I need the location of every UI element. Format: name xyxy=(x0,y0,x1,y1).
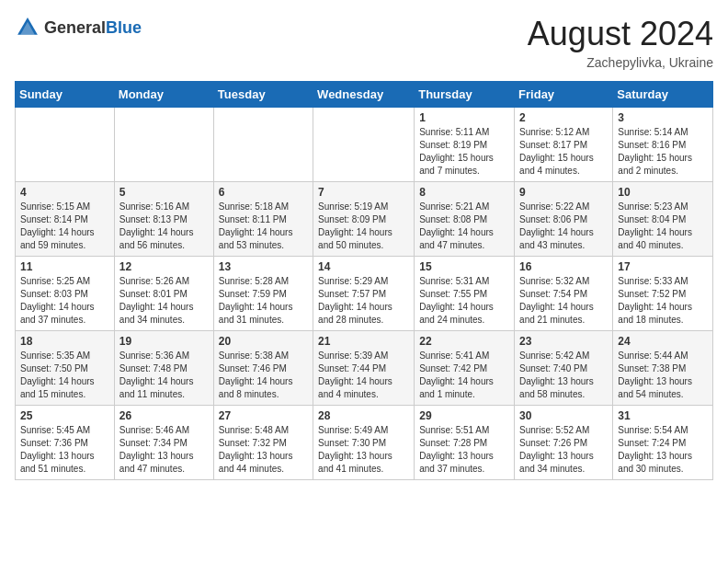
day-cell xyxy=(114,108,213,182)
day-info: Sunrise: 5:11 AMSunset: 8:19 PMDaylight:… xyxy=(419,126,509,178)
day-number: 3 xyxy=(618,111,708,124)
day-info: Sunrise: 5:54 AMSunset: 7:24 PMDaylight:… xyxy=(618,424,708,476)
day-cell: 8Sunrise: 5:21 AMSunset: 8:08 PMDaylight… xyxy=(415,182,515,257)
week-row-4: 18Sunrise: 5:35 AMSunset: 7:50 PMDayligh… xyxy=(16,331,713,406)
day-cell xyxy=(16,108,115,182)
day-cell: 25Sunrise: 5:45 AMSunset: 7:36 PMDayligh… xyxy=(16,406,115,480)
logo-icon xyxy=(15,15,40,40)
day-number: 20 xyxy=(219,335,308,348)
day-cell: 14Sunrise: 5:29 AMSunset: 7:57 PMDayligh… xyxy=(313,257,415,331)
day-cell: 28Sunrise: 5:49 AMSunset: 7:30 PMDayligh… xyxy=(313,406,415,480)
day-number: 5 xyxy=(119,186,209,199)
day-cell: 16Sunrise: 5:32 AMSunset: 7:54 PMDayligh… xyxy=(515,257,613,331)
page-header: GeneralBlue August 2024 Zachepylivka, Uk… xyxy=(15,15,713,70)
day-number: 25 xyxy=(20,409,109,422)
day-cell xyxy=(213,108,313,182)
day-info: Sunrise: 5:21 AMSunset: 8:08 PMDaylight:… xyxy=(419,201,509,252)
day-number: 16 xyxy=(519,260,608,273)
weekday-header-saturday: Saturday xyxy=(613,82,713,108)
week-row-2: 4Sunrise: 5:15 AMSunset: 8:14 PMDaylight… xyxy=(16,182,713,257)
day-number: 30 xyxy=(519,409,608,422)
day-cell: 30Sunrise: 5:52 AMSunset: 7:26 PMDayligh… xyxy=(515,406,613,480)
day-number: 6 xyxy=(219,186,308,199)
day-cell: 20Sunrise: 5:38 AMSunset: 7:46 PMDayligh… xyxy=(213,331,313,406)
day-info: Sunrise: 5:15 AMSunset: 8:14 PMDaylight:… xyxy=(20,201,109,252)
logo: GeneralBlue xyxy=(15,15,142,40)
day-info: Sunrise: 5:38 AMSunset: 7:46 PMDaylight:… xyxy=(219,350,308,401)
day-cell: 2Sunrise: 5:12 AMSunset: 8:17 PMDaylight… xyxy=(515,108,613,182)
day-cell: 29Sunrise: 5:51 AMSunset: 7:28 PMDayligh… xyxy=(415,406,515,480)
day-number: 21 xyxy=(318,335,409,348)
day-number: 9 xyxy=(519,186,608,199)
day-info: Sunrise: 5:52 AMSunset: 7:26 PMDaylight:… xyxy=(519,424,608,476)
day-number: 26 xyxy=(119,409,209,422)
day-cell: 22Sunrise: 5:41 AMSunset: 7:42 PMDayligh… xyxy=(415,331,515,406)
location: Zachepylivka, Ukraine xyxy=(528,55,713,70)
day-info: Sunrise: 5:18 AMSunset: 8:11 PMDaylight:… xyxy=(219,201,308,252)
day-cell: 12Sunrise: 5:26 AMSunset: 8:01 PMDayligh… xyxy=(114,257,213,331)
day-info: Sunrise: 5:22 AMSunset: 8:06 PMDaylight:… xyxy=(519,201,608,252)
day-number: 10 xyxy=(618,186,708,199)
day-info: Sunrise: 5:35 AMSunset: 7:50 PMDaylight:… xyxy=(20,350,109,401)
day-info: Sunrise: 5:28 AMSunset: 7:59 PMDaylight:… xyxy=(219,275,308,327)
day-info: Sunrise: 5:33 AMSunset: 7:52 PMDaylight:… xyxy=(618,275,708,327)
week-row-3: 11Sunrise: 5:25 AMSunset: 8:03 PMDayligh… xyxy=(16,257,713,331)
day-info: Sunrise: 5:42 AMSunset: 7:40 PMDaylight:… xyxy=(519,350,608,401)
day-number: 14 xyxy=(318,260,409,273)
day-number: 28 xyxy=(318,409,409,422)
day-number: 19 xyxy=(119,335,209,348)
day-number: 12 xyxy=(119,260,209,273)
day-number: 29 xyxy=(419,409,509,422)
day-cell: 31Sunrise: 5:54 AMSunset: 7:24 PMDayligh… xyxy=(613,406,713,480)
day-cell: 13Sunrise: 5:28 AMSunset: 7:59 PMDayligh… xyxy=(213,257,313,331)
weekday-header-monday: Monday xyxy=(114,82,213,108)
day-number: 15 xyxy=(419,260,509,273)
day-info: Sunrise: 5:32 AMSunset: 7:54 PMDaylight:… xyxy=(519,275,608,327)
day-number: 13 xyxy=(219,260,308,273)
day-info: Sunrise: 5:39 AMSunset: 7:44 PMDaylight:… xyxy=(318,350,409,401)
weekday-header-tuesday: Tuesday xyxy=(213,82,313,108)
logo-text-general: General xyxy=(44,18,106,37)
day-info: Sunrise: 5:51 AMSunset: 7:28 PMDaylight:… xyxy=(419,424,509,476)
day-number: 8 xyxy=(419,186,509,199)
day-number: 23 xyxy=(519,335,608,348)
day-number: 17 xyxy=(618,260,708,273)
day-cell: 17Sunrise: 5:33 AMSunset: 7:52 PMDayligh… xyxy=(613,257,713,331)
weekday-header-wednesday: Wednesday xyxy=(313,82,415,108)
day-number: 1 xyxy=(419,111,509,124)
day-info: Sunrise: 5:29 AMSunset: 7:57 PMDaylight:… xyxy=(318,275,409,327)
day-cell: 11Sunrise: 5:25 AMSunset: 8:03 PMDayligh… xyxy=(16,257,115,331)
day-info: Sunrise: 5:26 AMSunset: 8:01 PMDaylight:… xyxy=(119,275,209,327)
day-cell: 4Sunrise: 5:15 AMSunset: 8:14 PMDaylight… xyxy=(16,182,115,257)
day-info: Sunrise: 5:48 AMSunset: 7:32 PMDaylight:… xyxy=(219,424,308,476)
calendar-table: SundayMondayTuesdayWednesdayThursdayFrid… xyxy=(15,81,713,480)
day-cell: 3Sunrise: 5:14 AMSunset: 8:16 PMDaylight… xyxy=(613,108,713,182)
day-info: Sunrise: 5:25 AMSunset: 8:03 PMDaylight:… xyxy=(20,275,109,327)
day-cell: 19Sunrise: 5:36 AMSunset: 7:48 PMDayligh… xyxy=(114,331,213,406)
day-cell xyxy=(313,108,415,182)
day-info: Sunrise: 5:41 AMSunset: 7:42 PMDaylight:… xyxy=(419,350,509,401)
day-info: Sunrise: 5:12 AMSunset: 8:17 PMDaylight:… xyxy=(519,126,608,178)
day-number: 24 xyxy=(618,335,708,348)
weekday-header-sunday: Sunday xyxy=(16,82,115,108)
day-cell: 1Sunrise: 5:11 AMSunset: 8:19 PMDaylight… xyxy=(415,108,515,182)
month-year: August 2024 xyxy=(528,15,713,53)
day-number: 18 xyxy=(20,335,109,348)
day-cell: 21Sunrise: 5:39 AMSunset: 7:44 PMDayligh… xyxy=(313,331,415,406)
day-cell: 6Sunrise: 5:18 AMSunset: 8:11 PMDaylight… xyxy=(213,182,313,257)
weekday-header-friday: Friday xyxy=(515,82,613,108)
day-number: 11 xyxy=(20,260,109,273)
calendar-body: 1Sunrise: 5:11 AMSunset: 8:19 PMDaylight… xyxy=(16,108,713,480)
day-cell: 9Sunrise: 5:22 AMSunset: 8:06 PMDaylight… xyxy=(515,182,613,257)
day-number: 31 xyxy=(618,409,708,422)
day-cell: 23Sunrise: 5:42 AMSunset: 7:40 PMDayligh… xyxy=(515,331,613,406)
day-info: Sunrise: 5:14 AMSunset: 8:16 PMDaylight:… xyxy=(618,126,708,178)
day-number: 27 xyxy=(219,409,308,422)
day-number: 7 xyxy=(318,186,409,199)
day-cell: 24Sunrise: 5:44 AMSunset: 7:38 PMDayligh… xyxy=(613,331,713,406)
day-number: 22 xyxy=(419,335,509,348)
weekday-header-thursday: Thursday xyxy=(415,82,515,108)
day-info: Sunrise: 5:19 AMSunset: 8:09 PMDaylight:… xyxy=(318,201,409,252)
day-info: Sunrise: 5:23 AMSunset: 8:04 PMDaylight:… xyxy=(618,201,708,252)
day-cell: 7Sunrise: 5:19 AMSunset: 8:09 PMDaylight… xyxy=(313,182,415,257)
